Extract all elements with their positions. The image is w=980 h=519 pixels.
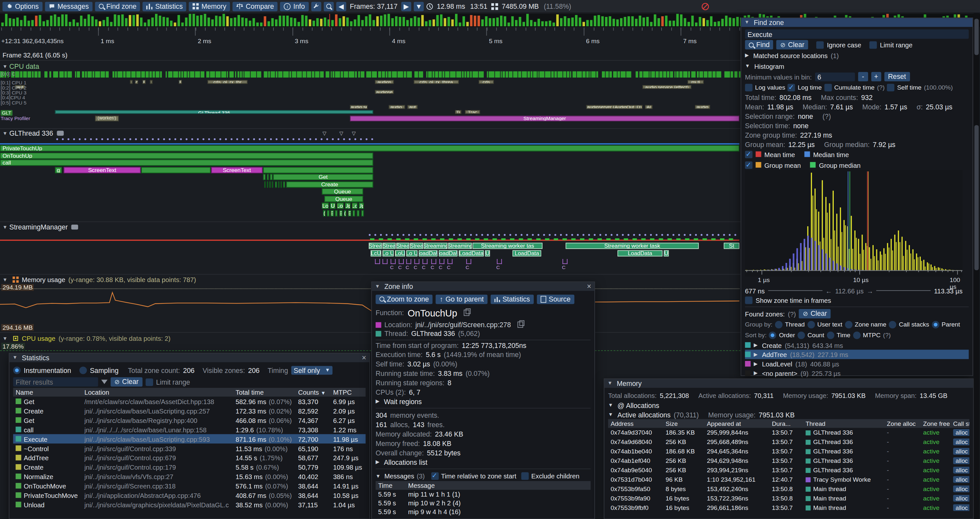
- zone[interactable]: Strea: [369, 243, 382, 249]
- column-location[interactable]: Location: [82, 388, 233, 396]
- glthread-section-header[interactable]: ▼ GLThread 336: [3, 129, 64, 137]
- sampling-radio[interactable]: [79, 366, 87, 374]
- column-total-time[interactable]: Total time: [233, 388, 296, 396]
- alloc-callstack-button[interactable]: alloc: [953, 476, 969, 483]
- cpu-activity[interactable]: [414, 72, 418, 78]
- memory-plot-header[interactable]: ▼ Memory usage (y-range: 30.88 KB, visib…: [3, 276, 196, 283]
- zone[interactable]: [361, 210, 364, 216]
- cpu-activity[interactable]: [126, 72, 131, 78]
- cpu-zone[interactable]: E: [179, 80, 182, 84]
- cpu-activity[interactable]: [679, 72, 682, 78]
- cpu-activity[interactable]: [503, 72, 505, 78]
- message-dot[interactable]: [208, 138, 210, 140]
- cpu-activity[interactable]: [20, 72, 23, 78]
- zone[interactable]: Streaming: [448, 243, 472, 249]
- cpu-activity[interactable]: [639, 72, 643, 78]
- collapse-arrow-icon[interactable]: ▼: [3, 224, 8, 230]
- message-row[interactable]: 5.59 smip 11 w 1 h 1 (1): [375, 490, 590, 498]
- cpu-activity[interactable]: [136, 72, 140, 78]
- zone[interactable]: [335, 210, 337, 216]
- reset-button[interactable]: Reset: [885, 72, 910, 81]
- cpu-activity[interactable]: [15, 72, 19, 78]
- message-dot[interactable]: [380, 234, 382, 236]
- cpu-activity[interactable]: [264, 72, 268, 78]
- cpu-zone[interactable]: [130, 80, 133, 84]
- message-dot[interactable]: [425, 234, 427, 236]
- cpu-activity[interactable]: [216, 72, 221, 78]
- radio-mtpc[interactable]: [853, 331, 860, 339]
- message-dot[interactable]: [73, 138, 75, 140]
- statistics-row[interactable]: AddTreejni/../jni/src/guif/Control.cpp:6…: [13, 453, 366, 462]
- message-dot[interactable]: [639, 234, 641, 236]
- zone-info-titlebar[interactable]: ▼ Zone info ×: [372, 282, 594, 291]
- cpu-activity[interactable]: [75, 72, 76, 78]
- message-dot[interactable]: [656, 234, 658, 236]
- matched-locations-toggle[interactable]: ▶Matched source locations(1): [745, 50, 969, 61]
- message-dot[interactable]: [594, 234, 596, 236]
- zone[interactable]: [280, 181, 282, 187]
- zone[interactable]: [270, 174, 273, 180]
- message-dot[interactable]: [453, 234, 455, 236]
- allocation-row[interactable]: 0x74ab1ef040256 KB294,629,948ns13:50.7GL…: [608, 456, 969, 465]
- cpu-activity[interactable]: [419, 72, 423, 78]
- cpu-activity[interactable]: [85, 72, 87, 78]
- wait-regions-toggle[interactable]: ▶Wait regions: [375, 397, 590, 406]
- message-dot[interactable]: [101, 138, 103, 140]
- message-dot[interactable]: [231, 138, 232, 140]
- cpu-activity[interactable]: [621, 72, 625, 78]
- zone[interactable]: ScreenText: [211, 167, 262, 173]
- cpu-zone[interactable]: audiose: [375, 90, 394, 94]
- copy-icon[interactable]: [464, 310, 469, 316]
- zone[interactable]: Up: [345, 203, 350, 209]
- clear-found-button[interactable]: ⊘Clear: [799, 309, 831, 318]
- allocations-header[interactable]: ▼@ Allocations: [608, 400, 969, 410]
- message-dot[interactable]: [391, 234, 393, 236]
- zone[interactable]: Queue: [324, 195, 363, 201]
- message-dot[interactable]: [309, 138, 311, 140]
- message-dot[interactable]: [242, 138, 244, 140]
- cpu-activity[interactable]: [242, 72, 244, 78]
- message-dot[interactable]: [700, 234, 702, 236]
- memory-table-header[interactable]: Address Size Appeared at Dura... Thread …: [608, 419, 969, 428]
- active-allocations-header[interactable]: ▼ Active allocations (70,311) Memory usa…: [608, 410, 969, 419]
- zone[interactable]: [142, 167, 211, 173]
- alloc-callstack-button[interactable]: alloc: [953, 467, 969, 474]
- allocation-row[interactable]: 0x7553b9fbf016 bytes296,661,186ns13:50.7…: [608, 503, 969, 513]
- zone[interactable]: LcU: [371, 250, 381, 256]
- cpu-activity[interactable]: [557, 72, 562, 78]
- scrollbar-thumb[interactable]: [975, 19, 979, 55]
- zone[interactable]: Lo U: [406, 250, 418, 256]
- message-dot[interactable]: [397, 234, 399, 236]
- message-dot[interactable]: [225, 138, 227, 140]
- alloc-callstack-button[interactable]: alloc: [953, 439, 969, 446]
- cpu-activity[interactable]: [32, 72, 34, 78]
- cpu-activity[interactable]: [344, 72, 348, 78]
- statistics-row[interactable]: ~Controljni/../jni/src/guif/Control.cpp:…: [13, 443, 366, 453]
- cpu-activity[interactable]: [160, 72, 162, 78]
- message-dot[interactable]: [141, 138, 143, 140]
- message-dot[interactable]: [276, 138, 278, 140]
- message-dot[interactable]: [374, 234, 376, 236]
- limit-range-checkbox[interactable]: [869, 41, 877, 48]
- statistics-row[interactable]: Unloadjni/../jni/src/claw/graphics/pixel…: [13, 500, 366, 509]
- message-dot[interactable]: [481, 234, 483, 236]
- cpu-activity[interactable]: [335, 72, 340, 78]
- filter-results-input[interactable]: [13, 377, 98, 386]
- cpu-activity[interactable]: [570, 72, 571, 78]
- statistics-row[interactable]: Normalizejni/../jni/src/claw/vfs/Vfs.cpp…: [13, 472, 366, 481]
- zone[interactable]: g: [55, 167, 62, 173]
- message-dot[interactable]: [304, 138, 306, 140]
- message-dot[interactable]: [175, 138, 177, 140]
- allocation-row[interactable]: 0x7553b9fa9016 bytes153,722,396ns13:50.8…: [608, 494, 969, 503]
- radio-count[interactable]: [797, 331, 805, 339]
- radio-parent[interactable]: [932, 321, 939, 328]
- found-zone-group[interactable]: ▶<no parent>(9)225.73 µs: [745, 368, 969, 378]
- zone[interactable]: E: [348, 210, 352, 216]
- cpu-activity[interactable]: [700, 72, 703, 78]
- cpu-activity[interactable]: [489, 72, 494, 78]
- cpu-activity[interactable]: [689, 72, 690, 78]
- radio-order[interactable]: [769, 331, 776, 339]
- message-dot[interactable]: [712, 234, 714, 236]
- cpu-activity[interactable]: [724, 72, 730, 78]
- message-dot[interactable]: [616, 234, 618, 236]
